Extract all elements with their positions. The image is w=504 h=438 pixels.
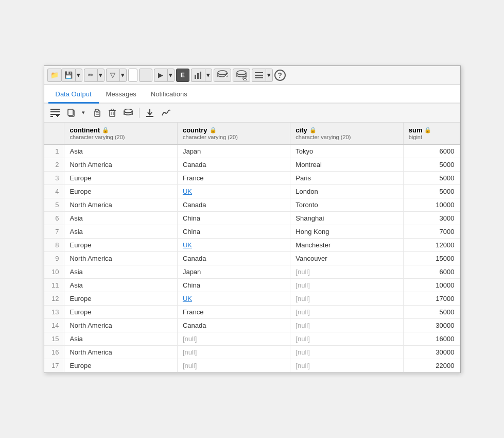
continent-cell: North America xyxy=(64,345,177,359)
sum-cell: 10000 xyxy=(403,278,460,292)
help-button[interactable]: ? xyxy=(274,70,286,81)
save-dropdown-button[interactable]: ▾ xyxy=(75,69,82,82)
download-button[interactable] xyxy=(143,106,157,120)
save-button[interactable]: 💾 xyxy=(61,69,75,82)
table-row: 7AsiaChinaHong Kong7000 xyxy=(44,225,460,238)
country-cell[interactable]: UK xyxy=(177,184,290,198)
copy-button[interactable] xyxy=(64,106,79,120)
add-row-icon xyxy=(50,109,60,117)
sum-lock-icon: 🔒 xyxy=(424,127,431,133)
row-num-cell: 4 xyxy=(44,184,64,198)
folder-button[interactable]: 📁 xyxy=(47,69,61,82)
city-cell: [null] xyxy=(290,332,403,345)
copy-button-group: ▾ xyxy=(64,106,88,120)
explain-button[interactable]: E xyxy=(176,69,189,82)
continent-cell: Asia xyxy=(64,144,177,158)
country-cell: France xyxy=(177,305,290,318)
row-num-cell: 6 xyxy=(44,211,64,225)
city-cell: [null] xyxy=(290,265,403,278)
run-button[interactable]: ▶ xyxy=(154,69,167,82)
copy-icon xyxy=(67,109,76,117)
list-button[interactable] xyxy=(252,69,266,82)
list-dropdown-button[interactable]: ▾ xyxy=(266,69,273,82)
svg-rect-27 xyxy=(111,109,113,110)
table-row: 17Europe[null][null]22000 xyxy=(44,359,460,372)
db1-button[interactable] xyxy=(214,69,231,82)
sum-header: sum 🔒 bigint xyxy=(403,123,460,144)
list-icon xyxy=(255,72,263,79)
row-num-cell: 14 xyxy=(44,318,64,332)
country-cell[interactable]: UK xyxy=(177,238,290,251)
continent-cell: North America xyxy=(64,198,177,211)
filter-button[interactable]: ▽ xyxy=(106,69,119,82)
row-num-cell: 10 xyxy=(44,265,64,278)
copy-dropdown-button[interactable]: ▾ xyxy=(79,106,88,120)
sum-cell: 3000 xyxy=(403,211,460,225)
row-num-cell: 1 xyxy=(44,144,64,158)
continent-cell: Asia xyxy=(64,332,177,345)
svg-rect-1 xyxy=(197,73,199,79)
country-col-label: country xyxy=(183,126,207,134)
table-row: 16North America[null][null]30000 xyxy=(44,345,460,359)
app-window: 📁 💾 ▾ ✏ ▾ ▽ ▾ ▶ ▾ E ▾ xyxy=(44,65,461,373)
sum-col-label: sum xyxy=(409,126,423,134)
table-row: 13EuropeFrance[null]5000 xyxy=(44,305,460,318)
svg-rect-2 xyxy=(200,72,201,79)
run-dropdown-button[interactable]: ▾ xyxy=(167,69,175,82)
stop-button[interactable] xyxy=(139,69,152,82)
edit-button[interactable]: ✏ xyxy=(84,69,97,82)
sum-cell: 16000 xyxy=(403,332,460,345)
db2-button[interactable] xyxy=(233,69,250,82)
db-save-button[interactable] xyxy=(120,106,136,120)
country-cell: Canada xyxy=(177,158,290,171)
row-num-cell: 9 xyxy=(44,251,64,265)
graph-icon xyxy=(162,109,171,116)
country-cell[interactable]: UK xyxy=(177,292,290,305)
filter-button-group: ▽ ▾ xyxy=(106,69,127,82)
file-button-group: 📁 💾 ▾ xyxy=(47,69,82,82)
row-num-cell: 8 xyxy=(44,238,64,251)
continent-cell: Asia xyxy=(64,278,177,292)
graph-button[interactable] xyxy=(159,106,174,120)
continent-cell: Asia xyxy=(64,265,177,278)
continent-lock-icon: 🔒 xyxy=(102,127,109,133)
country-cell: Canada xyxy=(177,318,290,332)
country-header: country 🔒 character varying (20) xyxy=(177,123,290,144)
city-cell: Vancouver xyxy=(290,251,403,265)
svg-rect-25 xyxy=(110,110,115,116)
svg-rect-12 xyxy=(255,77,263,78)
chart-dropdown-button[interactable]: ▾ xyxy=(205,69,212,82)
chart-button[interactable] xyxy=(191,69,205,82)
svg-rect-0 xyxy=(195,75,196,79)
city-cell: Manchester xyxy=(290,238,403,251)
sum-cell: 5000 xyxy=(403,158,460,171)
continent-cell: Europe xyxy=(64,292,177,305)
table-row: 11AsiaChina[null]10000 xyxy=(44,278,460,292)
city-cell: London xyxy=(290,184,403,198)
sum-cell: 12000 xyxy=(403,238,460,251)
download-icon xyxy=(146,109,154,117)
add-row-button[interactable] xyxy=(47,106,63,120)
table-row: 9North AmericaCanadaVancouver15000 xyxy=(44,251,460,265)
main-toolbar: 📁 💾 ▾ ✏ ▾ ▽ ▾ ▶ ▾ E ▾ xyxy=(44,66,460,85)
country-cell: [null] xyxy=(177,345,290,359)
edit-dropdown-button[interactable]: ▾ xyxy=(97,69,105,82)
row-num-cell: 12 xyxy=(44,292,64,305)
paste-button[interactable] xyxy=(90,106,104,120)
delete-button[interactable] xyxy=(106,106,119,120)
city-header: city 🔒 character varying (20) xyxy=(290,123,403,144)
table-row: 1AsiaJapanTokyo6000 xyxy=(44,144,460,158)
city-cell: Tokyo xyxy=(290,144,403,158)
table-row: 5North AmericaCanadaToronto10000 xyxy=(44,198,460,211)
tab-notifications[interactable]: Notifications xyxy=(144,85,195,104)
tab-data-output[interactable]: Data Output xyxy=(48,85,99,104)
table-row: 12EuropeUK[null]17000 xyxy=(44,292,460,305)
continent-cell: Asia xyxy=(64,225,177,238)
tab-messages[interactable]: Messages xyxy=(99,85,144,104)
city-cell: [null] xyxy=(290,278,403,292)
limit-select[interactable] xyxy=(128,69,137,82)
continent-col-type: character varying (20) xyxy=(69,134,171,140)
filter-dropdown-button[interactable]: ▾ xyxy=(119,69,127,82)
svg-rect-16 xyxy=(50,116,53,117)
svg-rect-14 xyxy=(50,111,60,112)
